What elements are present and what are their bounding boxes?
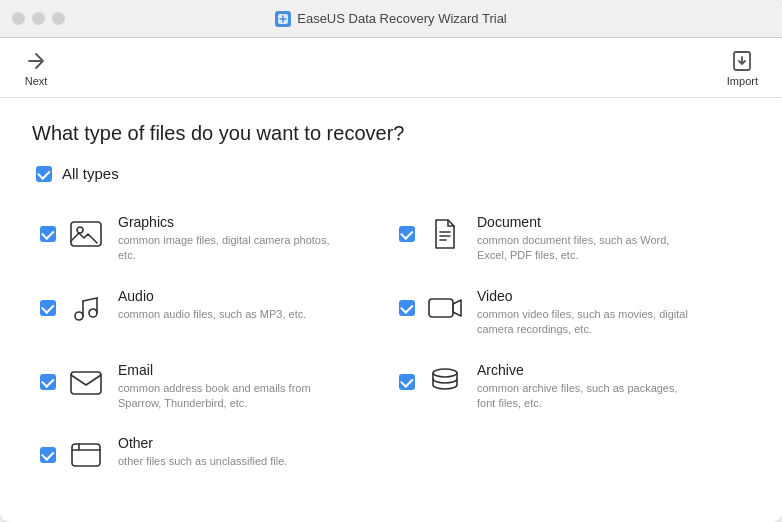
svg-point-13 [433,369,457,377]
video-text: Video common video files, such as movies… [477,288,697,338]
audio-icon [66,288,106,328]
import-label: Import [727,75,758,87]
video-name: Video [477,288,697,304]
next-button[interactable]: Next [16,45,56,91]
list-item[interactable]: Archive common archive files, such as pa… [391,350,750,424]
other-text: Other other files such as unclassified f… [118,435,287,469]
list-item[interactable]: Document common document files, such as … [391,202,750,276]
svg-point-3 [77,227,83,233]
file-types-grid: Graphics common image files, digital cam… [32,202,750,487]
svg-point-8 [89,309,97,317]
next-label: Next [25,75,48,87]
archive-text: Archive common archive files, such as pa… [477,362,697,412]
video-icon [425,288,465,328]
list-item[interactable]: Video common video files, such as movies… [391,276,750,350]
audio-row-left [40,288,106,328]
traffic-lights [12,12,65,25]
audio-checkbox[interactable] [40,300,56,316]
audio-text: Audio common audio files, such as MP3, e… [118,288,306,322]
document-desc: common document files, such as Word, Exc… [477,233,697,264]
list-item[interactable]: Graphics common image files, digital cam… [32,202,391,276]
svg-rect-12 [71,372,101,394]
svg-point-7 [75,312,83,320]
audio-name: Audio [118,288,306,304]
graphics-icon [66,214,106,254]
app-window: EaseUS Data Recovery Wizard Trial Next I… [0,0,782,522]
archive-checkbox[interactable] [399,374,415,390]
document-checkbox[interactable] [399,226,415,242]
close-button[interactable] [12,12,25,25]
list-item[interactable]: Other other files such as unclassified f… [32,423,391,487]
archive-name: Archive [477,362,697,378]
audio-desc: common audio files, such as MP3, etc. [118,307,306,322]
app-icon [275,11,291,27]
other-name: Other [118,435,287,451]
other-checkbox[interactable] [40,447,56,463]
list-item[interactable]: Email common address book and emails fro… [32,350,391,424]
maximize-button[interactable] [52,12,65,25]
video-desc: common video files, such as movies, digi… [477,307,697,338]
email-checkbox[interactable] [40,374,56,390]
titlebar: EaseUS Data Recovery Wizard Trial [0,0,782,38]
toolbar: Next Import [0,38,782,98]
svg-rect-11 [429,299,453,317]
graphics-text: Graphics common image files, digital cam… [118,214,338,264]
import-button[interactable]: Import [719,45,766,91]
archive-icon [425,362,465,402]
document-name: Document [477,214,697,230]
archive-row-left [399,362,465,402]
email-desc: common address book and emails from Spar… [118,381,338,412]
minimize-button[interactable] [32,12,45,25]
other-icon [66,435,106,475]
all-types-label: All types [62,165,119,182]
video-checkbox[interactable] [399,300,415,316]
graphics-checkbox[interactable] [40,226,56,242]
all-types-row[interactable]: All types [36,165,750,182]
all-types-checkbox[interactable] [36,166,52,182]
video-row-left [399,288,465,328]
document-text: Document common document files, such as … [477,214,697,264]
content-area: What type of files do you want to recove… [0,98,782,522]
other-desc: other files such as unclassified file. [118,454,287,469]
email-name: Email [118,362,338,378]
app-title: EaseUS Data Recovery Wizard Trial [275,11,507,27]
list-item[interactable]: Audio common audio files, such as MP3, e… [32,276,391,350]
page-title: What type of files do you want to recove… [32,122,750,145]
graphics-name: Graphics [118,214,338,230]
svg-rect-14 [72,444,100,466]
email-text: Email common address book and emails fro… [118,362,338,412]
email-row-left [40,362,106,402]
document-row-left [399,214,465,254]
email-icon [66,362,106,402]
document-icon [425,214,465,254]
archive-desc: common archive files, such as packages, … [477,381,697,412]
other-row-left [40,435,106,475]
graphics-row-left [40,214,106,254]
graphics-desc: common image files, digital camera photo… [118,233,338,264]
